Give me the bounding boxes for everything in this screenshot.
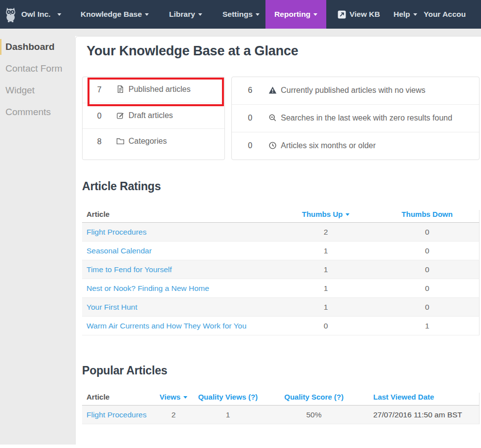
column-header-views[interactable]: Views bbox=[158, 393, 189, 401]
article-link[interactable]: Time to Fend for Yourself bbox=[87, 265, 172, 274]
stat-value: 6 bbox=[232, 84, 268, 96]
nav-library-label: Library bbox=[169, 10, 195, 18]
stat-row-published-articles[interactable]: 7 Published articles bbox=[83, 77, 224, 103]
thumbs-down-value: 0 bbox=[375, 265, 479, 274]
stat-label-text: Draft articles bbox=[129, 111, 173, 120]
sidebar-item-label: Dashboard bbox=[5, 41, 54, 52]
search-minus-icon bbox=[268, 114, 277, 125]
column-header-thumbs-down[interactable]: Thumbs Down bbox=[375, 210, 479, 218]
stat-label-text: Searches in the last week with zero resu… bbox=[281, 114, 452, 122]
chevron-down-icon bbox=[145, 13, 149, 16]
thumbs-down-value: 0 bbox=[375, 284, 479, 293]
quality-score-value: 50% bbox=[267, 410, 361, 419]
brand-menu[interactable]: Owl Inc. bbox=[4, 0, 61, 29]
last-viewed-value: 27/07/2016 11:50 am BST bbox=[361, 410, 479, 419]
sort-link-label[interactable]: Last Viewed Date bbox=[373, 393, 434, 401]
chevron-down-icon bbox=[413, 13, 417, 16]
column-header-article: Article bbox=[82, 393, 158, 401]
thumbs-up-value: 1 bbox=[276, 303, 375, 312]
stat-value: 8 bbox=[83, 137, 116, 146]
top-navbar: Owl Inc. Knowledge Base Library Settings… bbox=[0, 0, 481, 29]
table-row: Your First Hunt 1 0 bbox=[82, 298, 480, 317]
nav-settings-label: Settings bbox=[222, 10, 253, 18]
quality-views-value: 1 bbox=[189, 410, 267, 419]
sidebar-item-widget[interactable]: Widget bbox=[0, 80, 75, 101]
nav-view-kb[interactable]: View KB bbox=[338, 0, 380, 29]
views-value: 2 bbox=[158, 410, 189, 419]
sidebar-item-label: Comments bbox=[5, 107, 51, 117]
content-stats-table: 7 Published articles 0 Draft articles 8 bbox=[82, 77, 225, 160]
sort-link-label[interactable]: Thumbs Up bbox=[302, 210, 343, 218]
nav-reporting-label: Reporting bbox=[274, 10, 310, 18]
stat-row-draft-articles[interactable]: 0 Draft articles bbox=[83, 103, 224, 128]
thumbs-up-value: 1 bbox=[276, 284, 375, 293]
article-link[interactable]: Flight Procedures bbox=[87, 228, 146, 236]
sidebar-item-comments[interactable]: Comments bbox=[0, 101, 75, 123]
table-row: Nest or Nook? Finding a New Home 1 0 bbox=[82, 279, 480, 298]
column-header-article: Article bbox=[82, 210, 276, 218]
stat-value: 0 bbox=[232, 140, 268, 151]
article-ratings-section: Article Ratings Article Thumbs Up Thumbs… bbox=[82, 179, 480, 335]
article-link[interactable]: Your First Hunt bbox=[87, 303, 137, 311]
thumbs-down-value: 0 bbox=[375, 303, 479, 312]
nav-reporting-active[interactable]: Reporting bbox=[265, 0, 326, 29]
article-icon bbox=[116, 85, 125, 96]
thumbs-up-value: 1 bbox=[276, 246, 375, 255]
sort-link-label[interactable]: Views bbox=[160, 393, 180, 401]
chevron-down-icon bbox=[256, 13, 260, 16]
nav-your-account[interactable]: Your Accou bbox=[424, 0, 466, 29]
thumbs-down-value: 0 bbox=[375, 246, 479, 255]
nav-knowledge-base[interactable]: Knowledge Base bbox=[81, 0, 149, 29]
clock-icon bbox=[268, 141, 277, 153]
stat-label: Published articles bbox=[116, 83, 198, 96]
stat-label: Currently published articles with no vie… bbox=[268, 84, 434, 97]
nav-help-label: Help bbox=[394, 10, 410, 18]
column-header-quality-score[interactable]: Quality Score (?) bbox=[267, 393, 361, 401]
nav-settings[interactable]: Settings bbox=[222, 0, 260, 29]
section-title-ratings: Article Ratings bbox=[82, 179, 480, 194]
column-header-last-viewed[interactable]: Last Viewed Date bbox=[361, 393, 479, 401]
ratings-table: Article Thumbs Up Thumbs Down Flight Pro… bbox=[82, 210, 480, 335]
sidebar-item-dashboard[interactable]: Dashboard bbox=[0, 36, 75, 58]
sort-link-label[interactable]: Quality Views (?) bbox=[198, 393, 258, 401]
edit-icon bbox=[116, 111, 125, 122]
column-header-quality-views[interactable]: Quality Views (?) bbox=[189, 393, 267, 401]
sidebar-item-contact-form[interactable]: Contact Form bbox=[0, 58, 75, 80]
active-indicator bbox=[0, 39, 1, 55]
ratings-table-header: Article Thumbs Up Thumbs Down bbox=[82, 210, 480, 223]
thumbs-up-value: 0 bbox=[276, 322, 375, 330]
stat-row-zero-results[interactable]: 0 Searches in the last week with zero re… bbox=[232, 104, 479, 132]
nav-help[interactable]: Help bbox=[394, 0, 417, 29]
sort-link-label[interactable]: Thumbs Down bbox=[401, 210, 452, 218]
article-link[interactable]: Nest or Nook? Finding a New Home bbox=[87, 284, 209, 292]
stat-value: 0 bbox=[83, 112, 116, 121]
stat-row-categories[interactable]: 8 Categories bbox=[83, 128, 224, 154]
table-row: Time to Fend for Yourself 1 0 bbox=[82, 260, 480, 279]
sort-link-label[interactable]: Quality Score (?) bbox=[284, 393, 344, 401]
stat-label-text: Published articles bbox=[129, 85, 190, 93]
stat-label-text: Currently published articles with no vie… bbox=[281, 86, 426, 94]
thumbs-up-value: 2 bbox=[276, 228, 375, 237]
chevron-down-icon bbox=[198, 13, 202, 16]
nav-library[interactable]: Library bbox=[169, 0, 202, 29]
dashboard-content-card: Your Knowledge Base at a Glance 7 Publis… bbox=[75, 36, 481, 445]
stat-label: Searches in the last week with zero resu… bbox=[268, 112, 460, 125]
column-header-thumbs-up[interactable]: Thumbs Up bbox=[276, 210, 375, 218]
stat-label-text: Articles six months or older bbox=[281, 141, 376, 150]
external-link-icon bbox=[338, 10, 346, 19]
nav-view-kb-label: View KB bbox=[350, 0, 380, 29]
chevron-down-icon bbox=[313, 13, 317, 16]
stat-label: Draft articles bbox=[116, 110, 181, 122]
article-link[interactable]: Flight Procedures bbox=[87, 410, 146, 419]
nav-your-account-label: Your Accou bbox=[424, 10, 466, 18]
app-window: Owl Inc. Knowledge Base Library Settings… bbox=[0, 0, 481, 448]
stat-label: Articles six months or older bbox=[268, 140, 384, 153]
brand-label: Owl Inc. bbox=[21, 0, 50, 29]
popular-articles-section: Popular Articles Article Views Quality V… bbox=[82, 364, 480, 424]
thumbs-down-value: 0 bbox=[375, 228, 479, 237]
health-stats-table: 6 Currently published articles with no v… bbox=[231, 77, 480, 160]
article-link[interactable]: Seasonal Calendar bbox=[87, 246, 152, 255]
article-link[interactable]: Warm Air Currents and How They Work for … bbox=[87, 322, 247, 330]
stat-row-no-views[interactable]: 6 Currently published articles with no v… bbox=[232, 77, 479, 104]
stat-row-old-articles[interactable]: 0 Articles six months or older bbox=[232, 132, 479, 160]
